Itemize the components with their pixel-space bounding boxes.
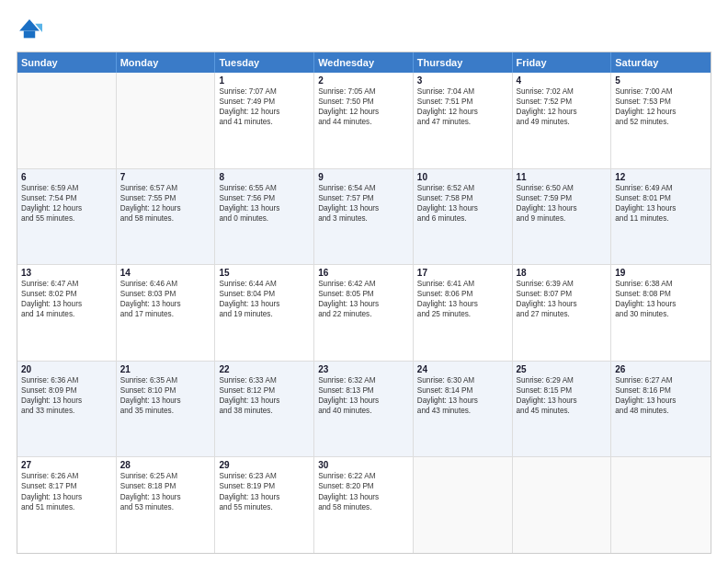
cal-cell-3-7: 19Sunrise: 6:38 AMSunset: 8:08 PMDayligh…	[611, 265, 711, 361]
day-number: 18	[517, 268, 608, 278]
cell-info-line: Sunset: 8:05 PM	[318, 289, 409, 299]
cell-info-line: Daylight: 13 hours	[517, 396, 608, 406]
cell-info-line: Sunrise: 6:27 AM	[615, 375, 707, 385]
cell-info-line: Sunrise: 6:38 AM	[615, 279, 707, 289]
cell-info-line: Sunrise: 7:00 AM	[615, 86, 707, 97]
cell-info-line: Sunrise: 6:22 AM	[318, 471, 409, 481]
cell-info-line: and 30 minutes.	[615, 309, 707, 319]
header-day-saturday: Saturday	[611, 52, 711, 73]
day-number: 16	[318, 268, 409, 278]
cell-info-line: Sunrise: 7:02 AM	[517, 86, 608, 97]
header-day-wednesday: Wednesday	[314, 52, 414, 73]
cal-cell-3-4: 16Sunrise: 6:42 AMSunset: 8:05 PMDayligh…	[314, 265, 414, 361]
cal-cell-1-7: 5Sunrise: 7:00 AMSunset: 7:53 PMDaylight…	[611, 73, 711, 168]
calendar-row-4: 20Sunrise: 6:36 AMSunset: 8:09 PMDayligh…	[17, 361, 711, 457]
header-day-tuesday: Tuesday	[215, 52, 314, 73]
cell-info-line: Daylight: 13 hours	[417, 203, 508, 213]
cell-info-line: Sunset: 8:16 PM	[615, 385, 707, 396]
day-number: 2	[318, 75, 409, 86]
cell-info-line: and 40 minutes.	[318, 406, 409, 416]
cell-info-line: Daylight: 13 hours	[21, 396, 112, 406]
cal-cell-2-6: 11Sunrise: 6:50 AMSunset: 7:59 PMDayligh…	[513, 169, 612, 265]
day-number: 22	[219, 364, 310, 374]
cell-info-line: Sunset: 7:59 PM	[517, 193, 608, 203]
svg-rect-1	[24, 31, 35, 39]
day-number: 6	[21, 172, 112, 182]
cell-info-line: Sunset: 8:17 PM	[21, 481, 112, 491]
cell-info-line: and 53 minutes.	[120, 502, 211, 512]
calendar-row-1: 1Sunrise: 7:07 AMSunset: 7:49 PMDaylight…	[17, 73, 711, 168]
cell-info-line: and 0 minutes.	[219, 213, 310, 224]
cell-info-line: and 41 minutes.	[219, 117, 310, 127]
day-number: 13	[21, 268, 112, 278]
day-number: 24	[417, 364, 508, 374]
cell-info-line: Sunset: 8:03 PM	[120, 289, 211, 299]
cell-info-line: and 9 minutes.	[517, 213, 608, 224]
cell-info-line: Sunset: 7:53 PM	[615, 97, 707, 107]
cal-cell-5-2: 28Sunrise: 6:25 AMSunset: 8:18 PMDayligh…	[117, 457, 216, 553]
cell-info-line: Sunrise: 6:41 AM	[417, 279, 508, 289]
day-number: 17	[417, 268, 508, 278]
cell-info-line: Sunset: 7:54 PM	[21, 193, 112, 203]
cal-cell-4-2: 21Sunrise: 6:35 AMSunset: 8:10 PMDayligh…	[117, 362, 216, 457]
cal-cell-2-4: 9Sunrise: 6:54 AMSunset: 7:57 PMDaylight…	[314, 169, 414, 265]
day-number: 9	[318, 172, 409, 182]
cal-cell-2-7: 12Sunrise: 6:49 AMSunset: 8:01 PMDayligh…	[611, 169, 711, 265]
calendar-header: SundayMondayTuesdayWednesdayThursdayFrid…	[17, 52, 711, 73]
day-number: 12	[615, 172, 707, 182]
cell-info-line: and 38 minutes.	[219, 406, 310, 416]
day-number: 4	[517, 75, 608, 86]
cell-info-line: Sunset: 8:12 PM	[219, 385, 310, 396]
cell-info-line: Daylight: 13 hours	[219, 299, 310, 309]
cell-info-line: Sunset: 7:51 PM	[417, 97, 508, 107]
cal-cell-3-2: 14Sunrise: 6:46 AMSunset: 8:03 PMDayligh…	[117, 265, 216, 361]
cell-info-line: Sunset: 8:14 PM	[417, 385, 508, 396]
cell-info-line: and 27 minutes.	[517, 309, 608, 319]
day-number: 26	[615, 364, 707, 374]
cell-info-line: Daylight: 13 hours	[517, 203, 608, 213]
day-number: 5	[615, 75, 707, 86]
calendar-row-5: 27Sunrise: 6:26 AMSunset: 8:17 PMDayligh…	[17, 456, 711, 553]
cell-info-line: Sunset: 8:10 PM	[120, 385, 211, 396]
cal-cell-1-3: 1Sunrise: 7:07 AMSunset: 7:49 PMDaylight…	[215, 73, 314, 168]
cal-cell-4-1: 20Sunrise: 6:36 AMSunset: 8:09 PMDayligh…	[17, 362, 117, 457]
header	[17, 17, 711, 42]
cal-cell-2-3: 8Sunrise: 6:55 AMSunset: 7:56 PMDaylight…	[215, 169, 314, 265]
cell-info-line: and 45 minutes.	[517, 406, 608, 416]
cell-info-line: and 47 minutes.	[417, 117, 508, 127]
cell-info-line: Daylight: 13 hours	[318, 299, 409, 309]
cell-info-line: Sunset: 8:07 PM	[517, 289, 608, 299]
cell-info-line: Sunset: 7:49 PM	[219, 97, 310, 107]
cell-info-line: Sunrise: 6:50 AM	[517, 183, 608, 193]
cell-info-line: Daylight: 13 hours	[318, 492, 409, 502]
day-number: 27	[21, 460, 112, 470]
cell-info-line: Sunset: 8:19 PM	[219, 481, 310, 491]
cell-info-line: Sunset: 8:08 PM	[615, 289, 707, 299]
cal-cell-1-1	[17, 73, 117, 168]
cell-info-line: Sunrise: 6:26 AM	[21, 471, 112, 481]
header-day-sunday: Sunday	[17, 52, 117, 73]
cell-info-line: Daylight: 13 hours	[417, 396, 508, 406]
cal-cell-3-3: 15Sunrise: 6:44 AMSunset: 8:04 PMDayligh…	[215, 265, 314, 361]
cal-cell-1-2	[117, 73, 216, 168]
cell-info-line: Sunrise: 6:55 AM	[219, 183, 310, 193]
cell-info-line: Sunrise: 6:29 AM	[517, 375, 608, 385]
cell-info-line: Daylight: 13 hours	[120, 492, 211, 502]
cell-info-line: Sunset: 7:52 PM	[517, 97, 608, 107]
cell-info-line: Sunrise: 6:32 AM	[318, 375, 409, 385]
cell-info-line: Sunrise: 7:07 AM	[219, 86, 310, 97]
day-number: 7	[120, 172, 211, 182]
cell-info-line: Daylight: 13 hours	[219, 492, 310, 502]
cell-info-line: Daylight: 13 hours	[615, 203, 707, 213]
cal-cell-2-2: 7Sunrise: 6:57 AMSunset: 7:55 PMDaylight…	[117, 169, 216, 265]
cell-info-line: Sunset: 8:09 PM	[21, 385, 112, 396]
day-number: 29	[219, 460, 310, 470]
cal-cell-5-3: 29Sunrise: 6:23 AMSunset: 8:19 PMDayligh…	[215, 457, 314, 553]
cell-info-line: Sunrise: 6:33 AM	[219, 375, 310, 385]
cal-cell-3-1: 13Sunrise: 6:47 AMSunset: 8:02 PMDayligh…	[17, 265, 117, 361]
cell-info-line: Sunrise: 7:04 AM	[417, 86, 508, 97]
cell-info-line: Sunrise: 6:36 AM	[21, 375, 112, 385]
day-number: 8	[219, 172, 310, 182]
cell-info-line: Sunrise: 6:23 AM	[219, 471, 310, 481]
cal-cell-4-7: 26Sunrise: 6:27 AMSunset: 8:16 PMDayligh…	[611, 362, 711, 457]
